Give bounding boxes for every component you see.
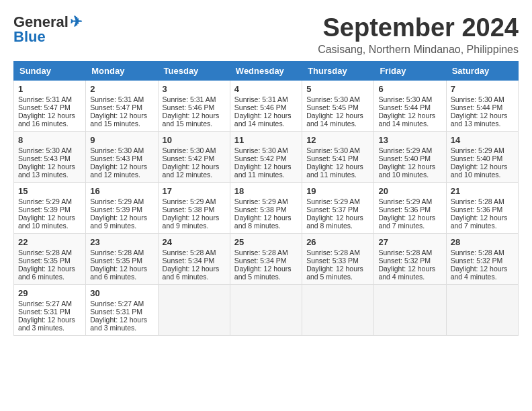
day-info-line: Sunset: 5:33 PM <box>306 257 369 265</box>
day-info-line: Sunrise: 5:30 AM <box>378 95 441 103</box>
day-info-line: Sunset: 5:31 PM <box>18 308 81 316</box>
day-info-line: Sunrise: 5:29 AM <box>18 197 81 205</box>
day-info-line: and 12 minutes. <box>90 171 153 179</box>
day-info-line: and 4 minutes. <box>378 273 441 281</box>
day-info-line: and 6 minutes. <box>90 273 153 281</box>
calendar-cell: 4Sunrise: 5:31 AMSunset: 5:46 PMDaylight… <box>230 81 302 132</box>
calendar-week-5: 29Sunrise: 5:27 AMSunset: 5:31 PMDayligh… <box>14 285 519 336</box>
calendar-cell: 25Sunrise: 5:28 AMSunset: 5:34 PMDayligh… <box>230 234 302 285</box>
calendar-cell <box>374 285 446 336</box>
day-info-line: Daylight: 12 hours <box>18 214 81 222</box>
day-info-line: Sunrise: 5:29 AM <box>451 146 514 154</box>
day-number: 28 <box>451 237 514 247</box>
location-title: Casisang, Northern Mindanao, Philippines <box>318 44 519 56</box>
day-info-line: Daylight: 12 hours <box>306 111 369 120</box>
calendar-cell: 7Sunrise: 5:30 AMSunset: 5:44 PMDaylight… <box>446 81 518 132</box>
day-number: 12 <box>306 135 369 145</box>
calendar-cell: 26Sunrise: 5:28 AMSunset: 5:33 PMDayligh… <box>302 234 374 285</box>
day-info-line: Sunset: 5:41 PM <box>306 154 369 163</box>
calendar-cell: 22Sunrise: 5:28 AMSunset: 5:35 PMDayligh… <box>14 234 86 285</box>
weekday-header-tuesday: Tuesday <box>158 62 230 81</box>
day-info-line: and 5 minutes. <box>234 273 298 281</box>
calendar-cell: 10Sunrise: 5:30 AMSunset: 5:42 PMDayligh… <box>158 132 230 183</box>
day-number: 2 <box>90 84 153 94</box>
calendar-cell: 28Sunrise: 5:28 AMSunset: 5:32 PMDayligh… <box>446 234 518 285</box>
day-info-line: Daylight: 12 hours <box>378 111 441 120</box>
day-info-line: Sunset: 5:47 PM <box>90 103 153 111</box>
calendar-cell: 20Sunrise: 5:29 AMSunset: 5:36 PMDayligh… <box>374 183 446 234</box>
day-info-line: Sunset: 5:47 PM <box>18 103 81 111</box>
day-info-line: Daylight: 12 hours <box>18 111 81 120</box>
day-info-line: Daylight: 12 hours <box>306 163 369 171</box>
day-info-line: Sunset: 5:34 PM <box>163 257 226 265</box>
day-info-line: and 6 minutes. <box>18 273 81 281</box>
day-info-line: Sunset: 5:40 PM <box>378 154 441 163</box>
day-info-line: Sunrise: 5:30 AM <box>90 146 153 154</box>
day-info-line: and 6 minutes. <box>163 273 226 281</box>
day-info-line: Sunset: 5:38 PM <box>163 205 226 214</box>
day-info-line: Sunset: 5:35 PM <box>90 257 153 265</box>
day-info-line: Sunset: 5:40 PM <box>451 154 514 163</box>
day-info-line: Daylight: 12 hours <box>234 265 298 273</box>
day-number: 19 <box>306 186 369 196</box>
day-info-line: and 11 minutes. <box>306 171 369 179</box>
day-info-line: Sunrise: 5:30 AM <box>306 95 369 103</box>
day-info-line: and 16 minutes. <box>18 120 81 128</box>
day-info-line: Sunset: 5:32 PM <box>378 257 441 265</box>
day-info-line: and 7 minutes. <box>451 222 514 230</box>
day-number: 3 <box>163 84 226 94</box>
weekday-header-wednesday: Wednesday <box>230 62 302 81</box>
day-info-line: Daylight: 12 hours <box>90 265 153 273</box>
day-info-line: Sunset: 5:43 PM <box>90 154 153 163</box>
day-info-line: Daylight: 12 hours <box>90 214 153 222</box>
calendar-cell <box>230 285 302 336</box>
calendar-week-2: 8Sunrise: 5:30 AMSunset: 5:43 PMDaylight… <box>14 132 519 183</box>
day-number: 10 <box>163 135 226 145</box>
day-info-line: Daylight: 12 hours <box>18 265 81 273</box>
calendar-cell: 2Sunrise: 5:31 AMSunset: 5:47 PMDaylight… <box>86 81 158 132</box>
day-info-line: Sunset: 5:42 PM <box>163 154 226 163</box>
calendar-cell: 17Sunrise: 5:29 AMSunset: 5:38 PMDayligh… <box>158 183 230 234</box>
day-info-line: and 8 minutes. <box>234 222 298 230</box>
calendar-cell: 21Sunrise: 5:28 AMSunset: 5:36 PMDayligh… <box>446 183 518 234</box>
day-info-line: Daylight: 12 hours <box>18 316 81 324</box>
calendar-cell: 23Sunrise: 5:28 AMSunset: 5:35 PMDayligh… <box>86 234 158 285</box>
day-number: 21 <box>451 186 514 196</box>
day-info-line: Sunset: 5:34 PM <box>234 257 298 265</box>
day-number: 23 <box>90 237 153 247</box>
day-info-line: Daylight: 12 hours <box>451 265 514 273</box>
calendar-cell: 1Sunrise: 5:31 AMSunset: 5:47 PMDaylight… <box>14 81 86 132</box>
day-info-line: and 15 minutes. <box>90 120 153 128</box>
day-info-line: Sunrise: 5:28 AM <box>378 248 441 257</box>
weekday-header-row: SundayMondayTuesdayWednesdayThursdayFrid… <box>14 62 519 81</box>
day-info-line: and 9 minutes. <box>163 222 226 230</box>
day-info-line: Sunset: 5:44 PM <box>378 103 441 111</box>
day-info-line: Sunset: 5:46 PM <box>163 103 226 111</box>
day-info-line: Sunset: 5:43 PM <box>18 154 81 163</box>
day-number: 25 <box>234 237 298 247</box>
day-info-line: and 3 minutes. <box>18 324 81 332</box>
day-number: 22 <box>18 237 81 247</box>
day-info-line: Daylight: 12 hours <box>163 163 226 171</box>
day-number: 8 <box>18 135 81 145</box>
calendar-cell: 3Sunrise: 5:31 AMSunset: 5:46 PMDaylight… <box>158 81 230 132</box>
day-info-line: Daylight: 12 hours <box>306 214 369 222</box>
day-info-line: Sunrise: 5:31 AM <box>90 95 153 103</box>
day-number: 17 <box>163 186 226 196</box>
day-info-line: Daylight: 12 hours <box>234 111 298 120</box>
day-info-line: Sunrise: 5:27 AM <box>18 300 81 308</box>
day-info-line: Daylight: 12 hours <box>451 214 514 222</box>
day-info-line: Sunrise: 5:31 AM <box>18 95 81 103</box>
day-info-line: Sunset: 5:31 PM <box>90 308 153 316</box>
logo: General ✈ Blue <box>13 13 82 46</box>
day-number: 11 <box>234 135 298 145</box>
calendar-cell: 16Sunrise: 5:29 AMSunset: 5:39 PMDayligh… <box>86 183 158 234</box>
day-info-line: Sunrise: 5:27 AM <box>90 300 153 308</box>
title-area: September 2024 Casisang, Northern Mindan… <box>318 13 519 56</box>
day-number: 18 <box>234 186 298 196</box>
day-info-line: Sunset: 5:37 PM <box>306 205 369 214</box>
day-number: 9 <box>90 135 153 145</box>
day-info-line: Sunrise: 5:28 AM <box>163 248 226 257</box>
day-number: 29 <box>18 288 81 298</box>
calendar-week-3: 15Sunrise: 5:29 AMSunset: 5:39 PMDayligh… <box>14 183 519 234</box>
